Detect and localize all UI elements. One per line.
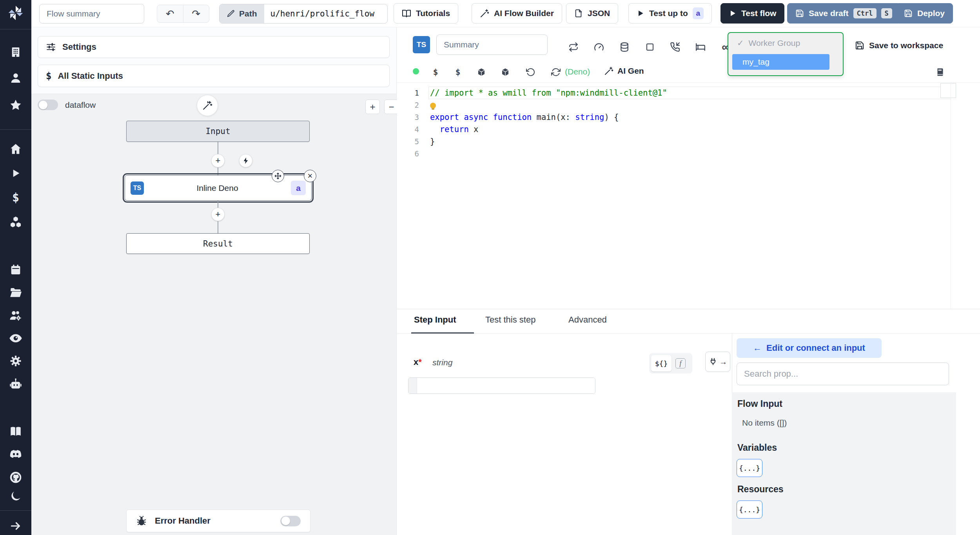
deploy-button[interactable]: Deploy xyxy=(896,3,953,24)
code-line[interactable]: 6 xyxy=(397,147,980,160)
favorites-star-icon[interactable] xyxy=(9,98,22,112)
workers-robot-icon[interactable] xyxy=(9,377,22,391)
code-line[interactable]: 5} xyxy=(397,135,980,147)
line-number: 4 xyxy=(397,125,430,134)
flow-settings-card[interactable]: Settings xyxy=(38,36,390,58)
user-icon[interactable] xyxy=(9,72,22,84)
error-handler-label: Error Handler xyxy=(155,516,272,526)
package-cube-icon[interactable] xyxy=(499,66,512,78)
step-summary-input[interactable] xyxy=(436,34,548,55)
json-button[interactable]: JSON xyxy=(566,3,618,24)
retry-repeat-icon[interactable] xyxy=(566,40,581,54)
groups-users-gear-icon[interactable] xyxy=(9,309,22,322)
result-node[interactable]: Result xyxy=(126,233,310,254)
schedules-calendar-icon[interactable] xyxy=(9,263,22,276)
folders-icon[interactable] xyxy=(9,286,22,299)
early-stop-square-icon[interactable] xyxy=(643,40,657,54)
zoom-in-button[interactable]: + xyxy=(365,100,380,114)
runs-play-icon[interactable] xyxy=(10,167,22,179)
sparkle-wand-icon xyxy=(604,66,613,76)
zoom-out-button[interactable]: − xyxy=(384,100,399,114)
code-line[interactable]: 3export async function main(x: string) { xyxy=(397,111,980,123)
flow-input-title: Flow Input xyxy=(737,399,782,409)
move-node-button[interactable] xyxy=(272,170,284,182)
editor-scroll-widget[interactable] xyxy=(940,83,956,98)
code-line[interactable]: 1// import * as wmill from "npm:windmill… xyxy=(397,87,980,99)
package-cube-icon[interactable] xyxy=(475,66,488,78)
worker-group-option-my-tag[interactable]: my_tag xyxy=(732,54,829,70)
docs-book-icon[interactable] xyxy=(9,425,22,438)
library-book-icon[interactable] xyxy=(934,66,946,78)
resource-picker-icon[interactable]: $ xyxy=(452,66,464,78)
search-prop-input[interactable] xyxy=(737,363,949,385)
variables-object-chip[interactable]: {...} xyxy=(737,459,762,477)
field-grip xyxy=(408,378,417,394)
graph-wand-button[interactable] xyxy=(197,95,218,116)
expand-sidebar-arrow-icon[interactable] xyxy=(9,520,22,532)
reset-rotate-ccw-icon[interactable] xyxy=(524,66,537,78)
code-editor[interactable]: 1// import * as wmill from "npm:windmill… xyxy=(397,82,980,309)
status-dot xyxy=(413,68,419,74)
active-tab-underline xyxy=(411,332,474,334)
code-line[interactable]: 2 xyxy=(397,99,980,111)
sleep-bed-icon[interactable] xyxy=(693,40,708,54)
edge-line xyxy=(218,221,218,233)
edit-or-connect-pill[interactable]: ← Edit or connect an input xyxy=(737,338,882,358)
connect-input-button[interactable]: → xyxy=(705,352,730,372)
settings-gear-icon[interactable] xyxy=(9,354,22,368)
cache-database-icon[interactable] xyxy=(617,40,632,54)
worker-group-dropdown[interactable]: ✓ Worker Group my_tag xyxy=(728,32,844,76)
redo-icon[interactable]: ↷ xyxy=(183,5,209,22)
argument-value-input[interactable] xyxy=(417,378,595,394)
ai-gen-button[interactable]: AI Gen xyxy=(604,66,644,76)
inline-deno-node[interactable]: TS Inline Deno a xyxy=(125,175,312,201)
delete-node-button[interactable]: × xyxy=(304,170,316,182)
reload-refresh-icon[interactable] xyxy=(550,66,562,78)
error-handler-card[interactable]: Error Handler xyxy=(126,510,310,532)
arrow-left-icon: ← xyxy=(753,343,762,353)
test-up-to-button[interactable]: Test up to a xyxy=(628,3,712,24)
variables-dollar-icon[interactable]: $ xyxy=(12,190,19,204)
dark-mode-moon-icon[interactable] xyxy=(9,490,22,502)
home-icon[interactable] xyxy=(9,142,22,156)
code-line[interactable]: 4 return x xyxy=(397,123,980,135)
tutorials-button[interactable]: Tutorials xyxy=(394,3,458,24)
github-icon[interactable] xyxy=(9,470,23,484)
function-mode-chip[interactable]: f xyxy=(674,357,687,370)
tab-test-this-step[interactable]: Test this step xyxy=(485,315,535,325)
windmill-logo[interactable] xyxy=(7,4,24,22)
path-edit-chip[interactable]: Path xyxy=(220,4,264,23)
timeout-gauge-icon[interactable] xyxy=(592,40,606,54)
test-flow-button[interactable]: Test flow xyxy=(720,3,784,24)
discord-icon[interactable] xyxy=(9,447,23,461)
template-mode-chip[interactable]: ${} xyxy=(651,355,671,372)
dataflow-toggle[interactable] xyxy=(38,100,58,110)
variable-picker-icon[interactable]: $ xyxy=(429,66,442,78)
all-static-inputs-card[interactable]: $ All Static Inputs xyxy=(38,65,390,87)
add-step-button[interactable]: + xyxy=(211,154,225,167)
trigger-bolt-button[interactable] xyxy=(239,154,252,167)
save-draft-button[interactable]: Save draft Ctrl S xyxy=(787,3,900,24)
suspend-phone-icon[interactable] xyxy=(668,40,682,54)
undo-icon[interactable]: ↶ xyxy=(157,5,183,22)
tab-advanced[interactable]: Advanced xyxy=(568,315,607,325)
save-icon xyxy=(795,9,804,18)
workspace-building-icon[interactable] xyxy=(9,46,22,58)
argument-value-field[interactable] xyxy=(408,377,595,394)
ai-flow-builder-button[interactable]: AI Flow Builder xyxy=(472,3,562,24)
required-mark: * xyxy=(418,357,422,367)
input-node[interactable]: Input xyxy=(126,121,310,142)
flow-summary-input[interactable] xyxy=(39,4,144,24)
error-handler-toggle[interactable] xyxy=(280,516,301,526)
resources-boxes-icon[interactable] xyxy=(9,216,22,229)
lightbulb-icon[interactable] xyxy=(430,103,436,109)
language-label[interactable]: (Deno) xyxy=(565,67,590,76)
resources-object-chip[interactable]: {...} xyxy=(737,501,762,519)
wand-icon xyxy=(480,9,489,18)
tab-step-input[interactable]: Step Input xyxy=(414,315,456,325)
audit-eye-icon[interactable] xyxy=(9,331,23,345)
path-value[interactable]: u/henri/prolific_flow xyxy=(264,4,381,23)
add-step-button[interactable]: + xyxy=(211,208,225,221)
path-field[interactable]: Path u/henri/prolific_flow xyxy=(219,4,388,24)
save-to-workspace-button[interactable]: Save to workspace xyxy=(855,41,943,50)
